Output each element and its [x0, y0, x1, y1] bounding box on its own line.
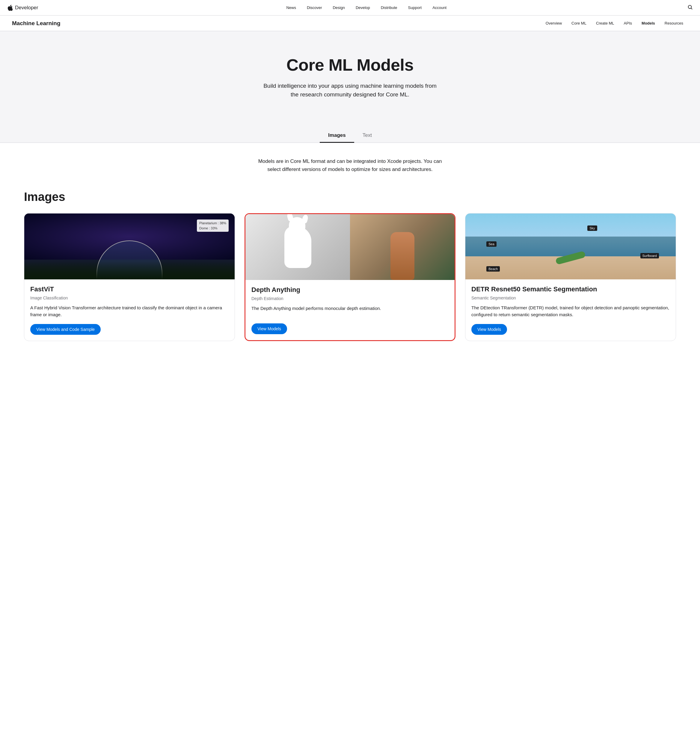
fastvit-image: Planetarium : 38% Dome : 33%: [24, 214, 235, 280]
model-card-detr: Sky Sea Surfboard Beach DETR Resnet50 Se…: [465, 213, 676, 341]
apple-logo[interactable]: Developer: [7, 4, 38, 11]
search-button[interactable]: [687, 4, 693, 11]
detr-label-sea: Sea: [486, 241, 496, 247]
depth-card-body: Depth Anything Depth Estimation The Dept…: [246, 280, 454, 340]
models-grid: Planetarium : 38% Dome : 33% FastViT Ima…: [24, 213, 676, 341]
nav-design[interactable]: Design: [327, 0, 350, 16]
developer-label: Developer: [15, 5, 38, 11]
subnav-apis[interactable]: APIs: [619, 16, 637, 31]
detr-card-body: DETR Resnet50 Semantic Segmentation Sema…: [465, 280, 676, 341]
dog-head: [289, 217, 305, 233]
depth-type: Depth Estimation: [252, 296, 448, 301]
detr-label-surfboard: Surfboard: [640, 253, 659, 259]
subnav-createml[interactable]: Create ML: [591, 16, 619, 31]
tab-images[interactable]: Images: [320, 129, 354, 143]
nav-develop[interactable]: Develop: [350, 0, 375, 16]
model-card-fastvit: Planetarium : 38% Dome : 33% FastViT Ima…: [24, 213, 235, 341]
sub-nav-links: Overview Core ML Create ML APIs Models R…: [541, 16, 688, 31]
detr-btn[interactable]: View Models: [471, 324, 507, 335]
top-navigation: Developer News Discover Design Develop D…: [0, 0, 700, 16]
svg-line-1: [691, 8, 692, 9]
depth-desc: The Depth Anything model performs monocu…: [252, 305, 448, 317]
hero-title: Core ML Models: [12, 55, 688, 75]
fastvit-name: FastViT: [30, 285, 229, 293]
detr-label-sky: Sky: [587, 226, 597, 231]
subnav-resources[interactable]: Resources: [660, 16, 688, 31]
subnav-coreml[interactable]: Core ML: [567, 16, 591, 31]
models-section: Images Planetarium : 38% Dome : 33% Fast…: [0, 181, 700, 365]
fastvit-card-body: FastViT Image Classification A Fast Hybr…: [24, 280, 235, 341]
svg-point-0: [688, 5, 692, 8]
nav-news[interactable]: News: [281, 0, 301, 16]
depth-left: [246, 214, 350, 280]
apple-icon: [7, 4, 13, 11]
tabs-section: Images Text: [0, 117, 700, 143]
detr-name: DETR Resnet50 Semantic Segmentation: [471, 285, 670, 293]
search-area: [687, 4, 693, 11]
depth-right: [350, 214, 454, 280]
images-heading: Images: [24, 190, 676, 203]
subnav-models[interactable]: Models: [637, 16, 660, 31]
detr-img-bg: Sky Sea Surfboard Beach: [465, 214, 676, 280]
nav-discover[interactable]: Discover: [301, 0, 328, 16]
sub-navigation: Machine Learning Overview Core ML Create…: [0, 16, 700, 31]
fastvit-label-planetarium: Planetarium : 38%: [199, 221, 226, 225]
section-title: Machine Learning: [12, 20, 60, 27]
detr-type: Semantic Segmentation: [471, 296, 670, 300]
model-card-depth: Depth Anything Depth Estimation The Dept…: [244, 213, 456, 341]
depth-name: Depth Anything: [252, 286, 448, 294]
subnav-overview[interactable]: Overview: [541, 16, 567, 31]
dog-ear-right: [301, 214, 309, 224]
dog-ear-left: [286, 214, 294, 221]
detr-image: Sky Sea Surfboard Beach: [465, 214, 676, 280]
depth-image: [246, 214, 454, 280]
fastvit-img-bg: Planetarium : 38% Dome : 33%: [24, 214, 235, 280]
detr-label-beach: Beach: [486, 266, 500, 272]
fastvit-btn[interactable]: View Models and Code Sample: [30, 324, 101, 335]
fastvit-trees: [24, 262, 235, 280]
fastvit-label-box: Planetarium : 38% Dome : 33%: [197, 220, 229, 232]
hero-subtitle: Build intelligence into your apps using …: [260, 82, 440, 99]
detr-desc: The DEtection TRansformer (DETR) model, …: [471, 305, 670, 318]
depth-btn[interactable]: View Models: [252, 323, 287, 334]
nav-support[interactable]: Support: [403, 0, 427, 16]
nav-account[interactable]: Account: [427, 0, 452, 16]
depth-img-bg: [246, 214, 454, 280]
description-section: Models are in Core ML format and can be …: [0, 143, 700, 181]
hero-section: Core ML Models Build intelligence into y…: [0, 31, 700, 117]
fastvit-label-dome: Dome : 33%: [199, 226, 217, 230]
tab-text[interactable]: Text: [354, 129, 380, 143]
nav-distribute[interactable]: Distribute: [375, 0, 403, 16]
depth-right-dog: [390, 232, 414, 280]
fastvit-type: Image Classification: [30, 296, 229, 300]
top-nav-links: News Discover Design Develop Distribute …: [45, 0, 688, 16]
description-text: Models are in Core ML format and can be …: [257, 157, 443, 174]
search-icon: [687, 4, 693, 10]
fastvit-desc: A Fast Hybrid Vision Transformer archite…: [30, 305, 229, 318]
dog-silhouette: [284, 226, 311, 268]
